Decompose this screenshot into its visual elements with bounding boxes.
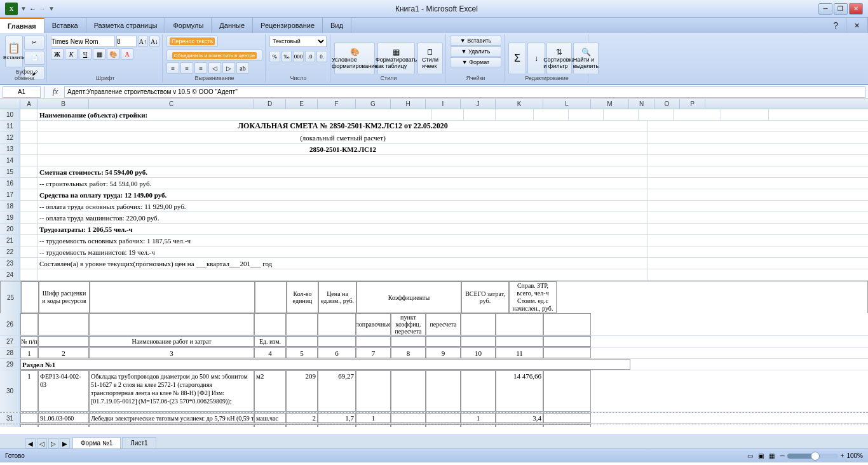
font-name-input[interactable] bbox=[51, 36, 115, 47]
col-header-k[interactable]: K bbox=[496, 99, 543, 109]
col-header-c[interactable]: C bbox=[89, 99, 254, 109]
cell-f30[interactable]: 69,27 bbox=[318, 370, 356, 412]
col-header-n[interactable]: N bbox=[629, 99, 654, 109]
cell-c28[interactable]: 3 bbox=[89, 347, 254, 358]
cell-h26[interactable]: пункт коэффиц. пересчета bbox=[391, 313, 426, 335]
cell-e26[interactable] bbox=[286, 313, 318, 335]
cell-b30[interactable]: ФЕР13-04-002-03 bbox=[38, 370, 89, 412]
cell-h27[interactable] bbox=[391, 336, 426, 347]
tab-review[interactable]: Рецензирование bbox=[253, 18, 323, 33]
cell-bc11[interactable]: ЛОКАЛЬНАЯ СМЕТА № 2850-2501-КМ2.ЛС12 от … bbox=[38, 121, 648, 131]
tab-page-layout[interactable]: Разметка страницы bbox=[86, 18, 166, 33]
align-right-button[interactable]: ≡ bbox=[194, 62, 207, 74]
col-header-p[interactable]: P bbox=[680, 99, 705, 109]
font-color-button[interactable]: A bbox=[121, 48, 133, 60]
indent-inc-button[interactable]: ▷ bbox=[222, 62, 235, 74]
cell-bc18[interactable]: -- оплата труда основных рабочих: 11 929… bbox=[38, 201, 648, 212]
cell-a19[interactable] bbox=[20, 212, 38, 223]
cell-l30[interactable] bbox=[543, 370, 591, 412]
help-icon[interactable]: ? bbox=[825, 18, 846, 33]
orientation-button[interactable]: ab bbox=[236, 62, 249, 74]
cell-j32[interactable]: 1 bbox=[461, 424, 496, 427]
cell-j26[interactable] bbox=[461, 313, 496, 335]
cell-d27[interactable]: Ед. изм. bbox=[254, 336, 286, 347]
cell-i30[interactable] bbox=[426, 370, 461, 412]
conditional-format-button[interactable]: 🎨 Условноеформатирование bbox=[334, 43, 375, 74]
zoom-out-button[interactable]: ─ bbox=[780, 452, 784, 459]
cell-a24[interactable] bbox=[20, 269, 38, 280]
cell-c26[interactable] bbox=[89, 313, 254, 335]
cell-f28[interactable]: 6 bbox=[318, 347, 356, 358]
cell-d31[interactable]: маш.час bbox=[254, 413, 286, 423]
cell-l28[interactable] bbox=[543, 347, 591, 358]
delete-cells-button[interactable]: ▼ Удалить bbox=[450, 46, 501, 57]
align-left-button[interactable]: ≡ bbox=[166, 62, 179, 74]
cell-g32[interactable]: 1 bbox=[356, 424, 391, 427]
cell-a15[interactable] bbox=[20, 166, 38, 177]
decrease-font-button[interactable]: A↓ bbox=[149, 36, 159, 47]
cell-l27[interactable] bbox=[543, 336, 591, 347]
cell-bc22[interactable]: -- трудоемкость машинистов: 19 чел.-ч bbox=[38, 246, 648, 257]
cell-i27[interactable] bbox=[426, 336, 461, 347]
zoom-slider[interactable] bbox=[787, 454, 838, 459]
cell-reference-input[interactable] bbox=[3, 86, 41, 98]
cell-b27[interactable] bbox=[38, 336, 89, 347]
cell-j30[interactable] bbox=[461, 370, 496, 412]
cell-e30[interactable]: 209 bbox=[286, 370, 318, 412]
cell-e25[interactable]: Кол-во единиц bbox=[287, 281, 318, 313]
cell-b26[interactable] bbox=[38, 313, 89, 335]
view-page-break-button[interactable]: ▦ bbox=[769, 452, 775, 459]
prev-sheet-button[interactable]: ◀ bbox=[25, 438, 36, 448]
autosum-button[interactable]: Σ bbox=[508, 43, 526, 74]
cell-f26[interactable] bbox=[318, 313, 356, 335]
cell-i28[interactable]: 9 bbox=[426, 347, 461, 358]
cell-a23[interactable] bbox=[20, 258, 38, 269]
cell-bc19[interactable]: -- оплата труда машинистов: 220,00 руб. bbox=[38, 212, 648, 223]
cell-g26[interactable]: поправочные bbox=[356, 313, 391, 335]
col-header-h[interactable]: H bbox=[391, 99, 426, 109]
view-layout-button[interactable]: ▣ bbox=[758, 452, 764, 459]
cell-a14[interactable] bbox=[20, 155, 38, 166]
cell-g31[interactable]: 1 bbox=[356, 413, 391, 423]
cell-e27[interactable] bbox=[286, 336, 318, 347]
tab-data[interactable]: Данные bbox=[212, 18, 253, 33]
cell-l31[interactable] bbox=[543, 413, 591, 423]
cell-bc17[interactable]: Средства на оплату труда: 12 149,00 руб. bbox=[38, 189, 648, 200]
cell-a11[interactable] bbox=[20, 121, 38, 131]
cell-c32[interactable]: Погрузчик, грузоподъемность 5 т bbox=[89, 424, 254, 427]
tab-home[interactable]: Главная bbox=[0, 18, 44, 33]
cell-h28[interactable]: 8 bbox=[391, 347, 426, 358]
next-sheet-button[interactable]: ▷ bbox=[48, 438, 58, 448]
sheet-tab-forma1[interactable]: Форма №1 bbox=[72, 437, 121, 448]
close-excel-icon[interactable]: ✕ bbox=[846, 18, 868, 33]
cell-f10[interactable] bbox=[496, 109, 534, 120]
prev-sheet-button2[interactable]: ◁ bbox=[37, 438, 47, 448]
cell-bc14[interactable] bbox=[38, 155, 648, 166]
cell-d30[interactable]: м2 bbox=[254, 370, 286, 412]
cell-d10[interactable] bbox=[432, 109, 464, 120]
cell-c25[interactable] bbox=[90, 281, 255, 313]
cell-c31[interactable]: Лебедки электрические тяговым усилием: д… bbox=[89, 413, 254, 423]
number-format-select[interactable]: Текстовый bbox=[269, 36, 327, 47]
fill-button[interactable]: ↓ bbox=[527, 43, 545, 74]
cell-a22[interactable] bbox=[20, 246, 38, 257]
cell-l26[interactable] bbox=[543, 313, 591, 335]
cell-l32[interactable] bbox=[543, 424, 591, 427]
cell-l10[interactable] bbox=[721, 109, 769, 120]
align-center-button[interactable]: ≡ bbox=[180, 62, 193, 74]
col-header-m[interactable]: M bbox=[591, 99, 629, 109]
cell-b25[interactable]: Шифр расценки и коды ресурсов bbox=[39, 281, 90, 313]
font-size-input[interactable] bbox=[116, 36, 137, 47]
wrap-text-button[interactable]: Перенос текста bbox=[166, 36, 218, 47]
cell-bc24[interactable] bbox=[38, 269, 648, 280]
insert-cells-button[interactable]: ▼ Вставить bbox=[450, 36, 501, 46]
cell-h30[interactable] bbox=[391, 370, 426, 412]
cell-a16[interactable] bbox=[20, 178, 38, 189]
cell-ghi25[interactable]: Коэффициенты bbox=[356, 281, 461, 313]
cell-a32[interactable] bbox=[20, 424, 38, 427]
indent-dec-button[interactable]: ◁ bbox=[208, 62, 221, 74]
cell-a29[interactable]: Раздел №1 bbox=[20, 359, 630, 370]
sheet-tab-list1[interactable]: Лист1 bbox=[122, 437, 156, 448]
thousands-button[interactable]: 000 bbox=[293, 51, 304, 62]
cell-d32[interactable]: маш.час bbox=[254, 424, 286, 427]
